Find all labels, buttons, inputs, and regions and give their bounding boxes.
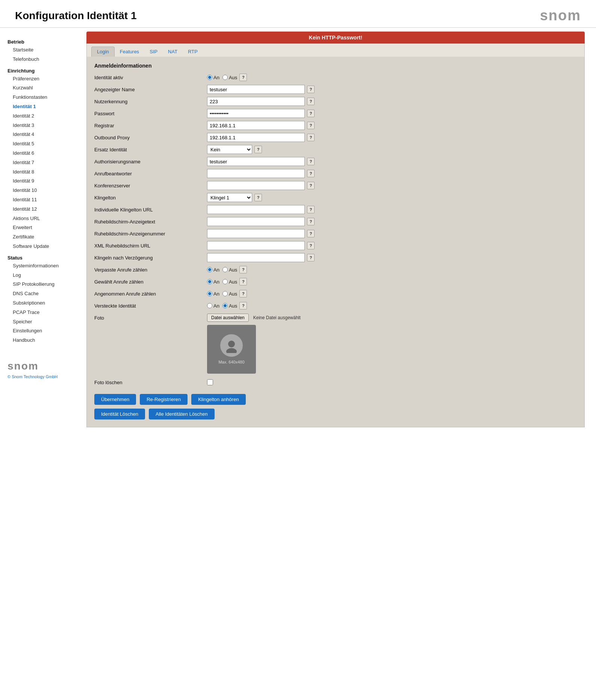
sidebar-item-kurzwahl[interactable]: Kurzwahl <box>8 83 83 93</box>
sidebar-item-identitat8[interactable]: Identität 8 <box>8 167 83 177</box>
help-registrar[interactable]: ? <box>307 122 315 129</box>
checkbox-foto-loschen[interactable] <box>207 379 213 385</box>
sidebar-item-praferenzen[interactable]: Präferenzen <box>8 74 83 84</box>
radio-input-an-verpasste[interactable] <box>207 267 212 272</box>
sidebar-item-software-update[interactable]: Software Update <box>8 242 83 251</box>
input-anrufbeantworter[interactable] <box>207 169 305 178</box>
radio-an-angenommen[interactable]: An <box>207 291 219 297</box>
ubernehmen-button[interactable]: Übernehmen <box>94 394 136 405</box>
sidebar-item-identitat7[interactable]: Identität 7 <box>8 158 83 167</box>
help-klingeln-nach-verzogerung[interactable]: ? <box>307 254 315 261</box>
sidebar-item-identitat1[interactable]: Identität 1 <box>8 102 83 112</box>
sidebar-item-speicher[interactable]: Speicher <box>8 317 83 327</box>
tab-rtp[interactable]: RTP <box>183 47 203 57</box>
radio-an-gewahlt[interactable]: An <box>207 279 219 285</box>
sidebar-item-identitat11[interactable]: Identität 11 <box>8 195 83 205</box>
sidebar-item-subskriptionen[interactable]: Subskriptionen <box>8 299 83 308</box>
sidebar-item-identitat10[interactable]: Identität 10 <box>8 186 83 195</box>
sidebar-item-startseite[interactable]: Startseite <box>8 45 83 55</box>
help-nutzerkennung[interactable]: ? <box>307 98 315 105</box>
input-authorisierungsname[interactable] <box>207 157 305 166</box>
radio-input-aus-identitat[interactable] <box>222 75 228 80</box>
input-nutzerkennung[interactable] <box>207 97 305 106</box>
control-xml-ruhebildschirm-url: ? <box>207 241 315 250</box>
select-ersatz-identitat[interactable]: Kein <box>207 145 252 154</box>
radio-an-versteckte[interactable]: An <box>207 303 219 309</box>
sidebar-item-identitat12[interactable]: Identität 12 <box>8 205 83 214</box>
radio-input-aus-verpasste[interactable] <box>222 267 228 272</box>
sidebar-item-identitat2[interactable]: Identität 2 <box>8 112 83 121</box>
help-authorisierungsname[interactable]: ? <box>307 158 315 165</box>
help-angezeigter-name[interactable]: ? <box>307 86 315 93</box>
radio-aus-angenommen[interactable]: Aus <box>222 291 237 297</box>
radio-input-aus-angenommen[interactable] <box>222 291 228 296</box>
sidebar-item-identitat9[interactable]: Identität 9 <box>8 177 83 186</box>
sidebar-item-aktions-url[interactable]: Aktions URL <box>8 214 83 223</box>
help-anrufbeantworter[interactable]: ? <box>307 170 315 177</box>
sidebar-item-zertifikate[interactable]: Zertifikate <box>8 232 83 242</box>
sidebar-item-einstellungen[interactable]: Einstellungen <box>8 326 83 336</box>
help-ruhebildschirm-anzeigenummer[interactable]: ? <box>307 230 315 237</box>
tab-nat[interactable]: NAT <box>163 47 183 57</box>
sidebar-item-systeminformationen[interactable]: Systeminformationen <box>8 261 83 271</box>
radio-input-aus-versteckte[interactable] <box>222 303 228 308</box>
help-angenommen-anrufe[interactable]: ? <box>239 290 247 297</box>
input-individuelle-klingelton-url[interactable] <box>207 205 305 214</box>
select-klingelton[interactable]: Klingel 1 <box>207 193 252 202</box>
help-xml-ruhebildschirm-url[interactable]: ? <box>307 242 315 249</box>
sidebar-item-dns-cache[interactable]: DNS Cache <box>8 289 83 299</box>
help-outbound-proxy[interactable]: ? <box>307 134 315 141</box>
input-klingeln-nach-verzogerung[interactable] <box>207 253 305 262</box>
sidebar-item-identitat4[interactable]: Identität 4 <box>8 130 83 139</box>
identitat-loschen-button[interactable]: Identität Löschen <box>94 409 145 419</box>
sidebar-item-sip-protokollierung[interactable]: SIP Protokollierung <box>8 280 83 289</box>
input-konferenzserver[interactable] <box>207 181 305 190</box>
help-klingelton[interactable]: ? <box>254 194 262 201</box>
help-gewahlt-anrufe[interactable]: ? <box>239 278 247 285</box>
tab-features[interactable]: Features <box>115 47 144 57</box>
alle-identitaten-loschen-button[interactable]: Alle Identitäten Löschen <box>149 409 215 419</box>
input-ruhebildschirm-anzeigetext[interactable] <box>207 217 305 226</box>
sidebar-item-erweitert[interactable]: Erweitert <box>8 223 83 232</box>
klingelton-anhoren-button[interactable]: Klingelton anhören <box>191 394 245 405</box>
radio-input-an-gewahlt[interactable] <box>207 279 212 284</box>
tab-sip[interactable]: SIP <box>144 47 163 57</box>
input-outbound-proxy[interactable] <box>207 133 305 142</box>
tab-login[interactable]: Login <box>91 47 115 57</box>
file-select-button[interactable]: Datei auswählen <box>207 314 249 322</box>
help-ersatz-identitat[interactable]: ? <box>254 146 262 153</box>
input-registrar[interactable] <box>207 121 305 130</box>
sidebar-item-identitat3[interactable]: Identität 3 <box>8 121 83 130</box>
sidebar-item-identitat5[interactable]: Identität 5 <box>8 139 83 149</box>
help-konferenzserver[interactable]: ? <box>307 182 315 189</box>
help-versteckte-identitat[interactable]: ? <box>239 302 247 309</box>
radio-aus-verpasste[interactable]: Aus <box>222 267 237 273</box>
help-verpasste-anrufe[interactable]: ? <box>239 266 247 273</box>
svg-point-0 <box>228 341 235 347</box>
input-ruhebildschirm-anzeigenummer[interactable] <box>207 229 305 238</box>
sidebar-item-identitat6[interactable]: Identität 6 <box>8 149 83 158</box>
photo-preview: Max. 640x480 <box>207 325 256 374</box>
re-registrieren-button[interactable]: Re-Registrieren <box>140 394 188 405</box>
sidebar-item-pcap-trace[interactable]: PCAP Trace <box>8 308 83 317</box>
input-angezeigter-name[interactable] <box>207 85 305 94</box>
radio-aus-gewahlt[interactable]: Aus <box>222 279 237 285</box>
radio-an-identitat[interactable]: An <box>207 75 219 80</box>
radio-input-an-angenommen[interactable] <box>207 291 212 296</box>
sidebar-item-telefonbuch[interactable]: Telefonbuch <box>8 55 83 64</box>
sidebar-item-log[interactable]: Log <box>8 271 83 280</box>
radio-input-an-identitat[interactable] <box>207 75 212 80</box>
sidebar-item-handbuch[interactable]: Handbuch <box>8 336 83 345</box>
radio-aus-identitat[interactable]: Aus <box>222 75 237 80</box>
help-passwort[interactable]: ? <box>307 110 315 117</box>
help-ruhebildschirm-anzeigetext[interactable]: ? <box>307 218 315 225</box>
radio-input-an-versteckte[interactable] <box>207 303 212 308</box>
help-individuelle-klingelton-url[interactable]: ? <box>307 206 315 213</box>
help-identitat-aktiv[interactable]: ? <box>239 74 247 81</box>
input-xml-ruhebildschirm-url[interactable] <box>207 241 305 250</box>
radio-input-aus-gewahlt[interactable] <box>222 279 228 284</box>
sidebar-item-funktionstasten[interactable]: Funktionstasten <box>8 93 83 102</box>
radio-aus-versteckte[interactable]: Aus <box>222 303 237 309</box>
radio-an-verpasste[interactable]: An <box>207 267 219 273</box>
input-passwort[interactable] <box>207 109 305 118</box>
